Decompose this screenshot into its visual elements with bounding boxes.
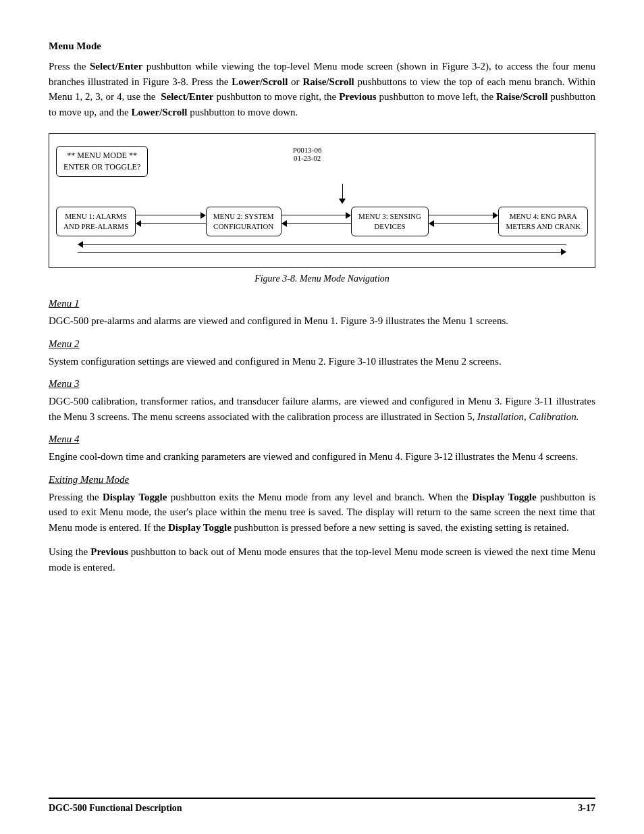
arrow-left-1	[136, 220, 205, 227]
nav-arrows-2-3	[281, 212, 351, 231]
footer-page-number: 3-17	[578, 803, 595, 814]
nav-row: MENU 1: ALARMSAND PRE-ALARMS MENU 2: SYS…	[56, 207, 588, 237]
bottom-line-row	[78, 240, 567, 249]
menu3-title: Menu 3	[49, 378, 595, 390]
h-line	[434, 223, 498, 224]
page-content: Menu Mode Press the Select/Enter pushbut…	[0, 0, 644, 638]
menu1-title: Menu 1	[49, 298, 595, 309]
menu4-title: Menu 4	[49, 434, 595, 445]
arrow-down-area	[298, 184, 346, 204]
arrow-vertical-line	[342, 184, 343, 199]
menu-box-1: MENU 1: ALARMSAND PRE-ALARMS	[56, 207, 136, 237]
footer-left-text: DGC-500 Functional Description	[49, 803, 182, 814]
nav-arrows-1-2	[136, 212, 205, 231]
footer: DGC-500 Functional Description 3-17	[49, 798, 595, 814]
menu2-body: System configuration settings are viewed…	[49, 354, 595, 369]
menu2-section: Menu 2 System configuration settings are…	[49, 338, 595, 369]
figure-caption: Figure 3-8. Menu Mode Navigation	[49, 273, 595, 284]
menu-box-4: MENU 4: ENG PARAMETERS AND CRANK	[498, 207, 588, 237]
arrow-right-2	[281, 212, 351, 219]
menu3-body: DGC-500 calibration, transformer ratios,…	[49, 394, 595, 424]
exiting-title: Exiting Menu Mode	[49, 474, 595, 486]
arrow-right-3	[429, 212, 498, 219]
arrow-left-2	[281, 220, 351, 227]
arrowhead-left	[136, 220, 141, 227]
return-line	[83, 244, 567, 245]
arrowhead-right	[346, 212, 351, 219]
arrowhead-right	[493, 212, 498, 219]
menu3-section: Menu 3 DGC-500 calibration, transformer …	[49, 378, 595, 424]
menu4-body: Engine cool-down time and cranking param…	[49, 449, 595, 465]
arrowhead-left	[281, 220, 287, 227]
h-line	[136, 215, 200, 215]
diagram-inner: ** MENU MODE ** ENTER OR TOGGLE? P0013-0…	[56, 146, 588, 255]
menu1-body: DGC-500 pre-alarms and alarms are viewed…	[49, 313, 595, 329]
diagram-top-row: ** MENU MODE ** ENTER OR TOGGLE? P0013-0…	[56, 146, 588, 177]
arrow-down	[339, 184, 346, 204]
nav-arrows-3-4	[429, 212, 498, 231]
h-line	[429, 215, 493, 215]
p-code: P0013-06 01-23-02	[293, 146, 322, 162]
intro-paragraph: Press the Select/Enter pushbutton while …	[49, 59, 595, 120]
bottom-return-arrow	[78, 240, 567, 255]
arrowhead-left	[429, 220, 434, 227]
arrow-left-3	[429, 220, 498, 227]
bottom-right-line	[78, 252, 562, 253]
menu1-section: Menu 1 DGC-500 pre-alarms and alarms are…	[49, 298, 595, 329]
menu-mode-box: ** MENU MODE ** ENTER OR TOGGLE?	[56, 146, 148, 177]
diagram-container: ** MENU MODE ** ENTER OR TOGGLE? P0013-0…	[49, 133, 595, 268]
menu2-title: Menu 2	[49, 338, 595, 350]
exiting-section: Exiting Menu Mode Pressing the Display T…	[49, 474, 595, 575]
bottom-right-arrowhead	[561, 249, 566, 255]
exiting-body2: Using the Previous pushbutton to back ou…	[49, 544, 595, 575]
h-line	[141, 223, 205, 224]
arrowhead-down	[339, 199, 346, 204]
h-line	[281, 215, 346, 215]
section-heading: Menu Mode	[49, 41, 595, 52]
menu-mode-line2: ENTER OR TOGGLE?	[63, 161, 140, 173]
menu4-section: Menu 4 Engine cool-down time and crankin…	[49, 434, 595, 465]
arrow-right-1	[136, 212, 205, 219]
h-line	[287, 223, 351, 224]
menu-box-3: MENU 3: SENSINGDEVICES	[351, 207, 429, 237]
bottom-arrow-container	[56, 240, 588, 255]
arrowhead-right	[200, 212, 206, 219]
return-arrowhead-left	[78, 241, 83, 248]
bottom-right-arrow	[78, 249, 567, 255]
menu-box-2: MENU 2: SYSTEMCONFIGURATION	[206, 207, 281, 237]
menu-mode-line1: ** MENU MODE **	[63, 150, 140, 161]
exiting-body1: Pressing the Display Toggle pushbutton e…	[49, 490, 595, 536]
